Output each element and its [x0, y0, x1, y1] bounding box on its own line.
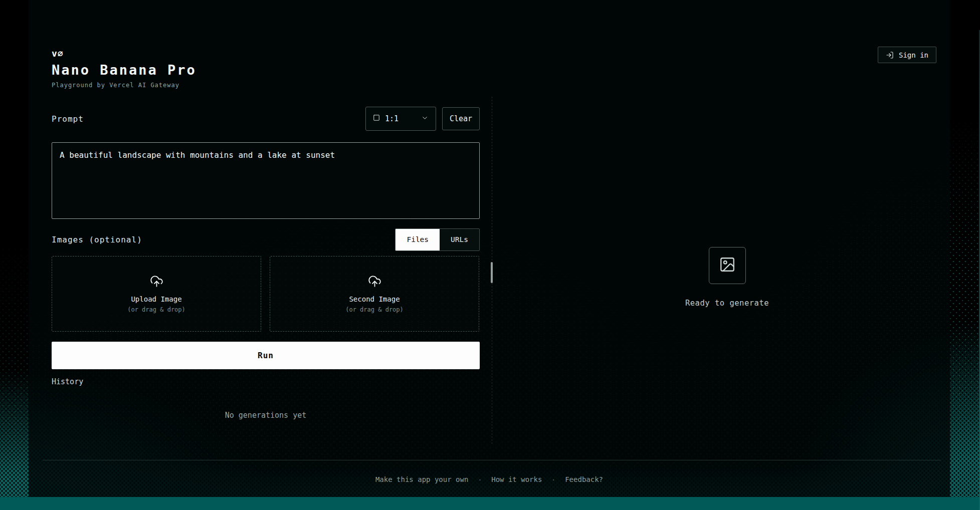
history-label: History [52, 377, 480, 386]
page-subtitle: Playground by Vercel AI Gateway [52, 82, 197, 89]
page-title: Nano Banana Pro [52, 62, 197, 78]
controls-panel: Prompt 1:1 Clear A beautiful landscape w… [52, 107, 480, 447]
run-button[interactable]: Run [52, 342, 480, 369]
main-area: Prompt 1:1 Clear A beautiful landscape w… [52, 107, 950, 447]
teal-bottom-strip [0, 497, 980, 510]
panel-divider [480, 107, 504, 447]
upload-cloud-icon [150, 275, 163, 290]
main-card: v∅ Nano Banana Pro Playground by Vercel … [29, 0, 950, 497]
prompt-label: Prompt [52, 114, 84, 124]
second-image-dropzone[interactable]: Second Image (or drag & drop) [270, 256, 479, 332]
images-label: Images (optional) [52, 235, 142, 244]
upload-hint: (or drag & drop) [345, 306, 404, 313]
aspect-ratio-select[interactable]: 1:1 [365, 107, 436, 131]
chevron-down-icon [421, 114, 429, 124]
square-icon [373, 114, 380, 123]
footer-link-feedback[interactable]: Feedback? [565, 475, 603, 483]
prompt-toolbar: Prompt 1:1 Clear [52, 107, 480, 131]
v0-logo: v∅ [52, 48, 197, 59]
output-placeholder-frame [709, 247, 746, 284]
sign-in-button[interactable]: Sign in [878, 47, 936, 63]
upload-title: Upload Image [131, 295, 181, 303]
history-empty-message: No generations yet [52, 411, 480, 420]
image-source-toggle: Files URLs [395, 228, 480, 251]
footer-divider [43, 460, 941, 460]
sign-in-label: Sign in [899, 51, 928, 59]
output-status-text: Ready to generate [685, 299, 769, 308]
dot-separator: · [478, 476, 482, 483]
clear-button[interactable]: Clear [442, 107, 480, 130]
panel-resize-handle[interactable] [491, 262, 493, 283]
aspect-ratio-value: 1:1 [385, 114, 399, 123]
log-in-icon [886, 51, 894, 59]
footer-link-how-it-works[interactable]: How it works [491, 475, 542, 483]
dot-separator: · [551, 476, 555, 483]
footer-links: Make this app your own · How it works · … [29, 475, 950, 483]
upload-row: Upload Image (or drag & drop) Second Ima… [52, 256, 480, 332]
images-toolbar: Images (optional) Files URLs [52, 228, 480, 251]
upload-title: Second Image [349, 295, 400, 303]
image-icon [719, 256, 736, 275]
prompt-input[interactable]: A beautiful landscape with mountains and… [52, 142, 480, 219]
tab-files[interactable]: Files [396, 229, 440, 250]
tab-urls[interactable]: URLs [440, 229, 479, 250]
output-panel: Ready to generate [504, 107, 950, 447]
upload-hint: (or drag & drop) [127, 306, 185, 313]
upload-image-dropzone[interactable]: Upload Image (or drag & drop) [52, 256, 261, 332]
footer-link-make-your-own[interactable]: Make this app your own [375, 475, 468, 483]
upload-cloud-icon [368, 275, 381, 290]
brand-block: v∅ Nano Banana Pro Playground by Vercel … [52, 48, 197, 89]
